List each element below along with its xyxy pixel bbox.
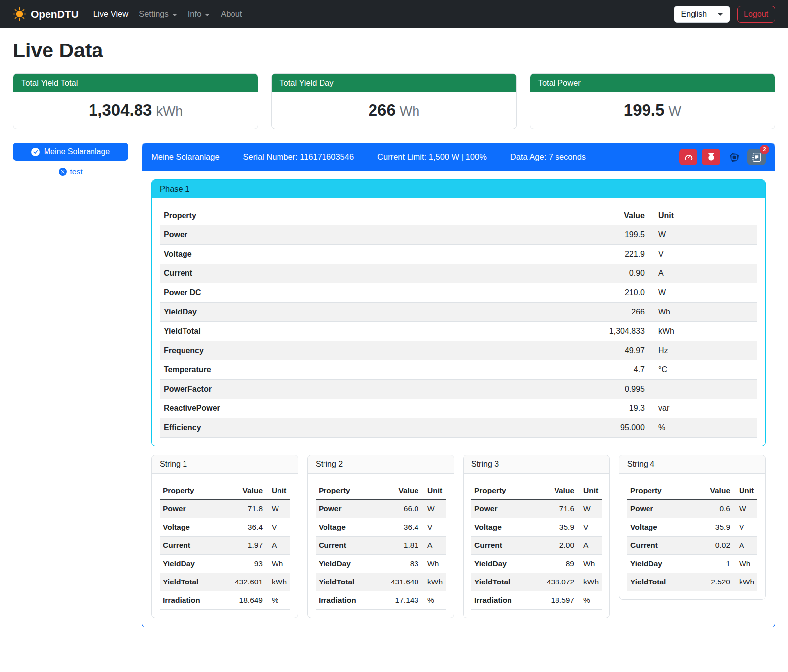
value-cell: 1 [695,555,733,573]
property-cell: Irradiation [316,591,384,610]
strings-row: String 1 Property Value Unit [151,455,766,618]
value-cell: 0.995 [584,380,649,399]
total-yield-day-value: 266 [369,101,396,119]
nav-item-live-view-label: Live View [93,9,128,19]
table-row: YieldDay83Wh [316,555,446,573]
value-cell: 1.97 [228,537,266,555]
property-cell: YieldDay [160,303,584,322]
power-toggle-button[interactable] [702,149,720,165]
column-value: Value [584,206,649,225]
nav-item-live-view[interactable]: Live View [92,5,130,23]
string-4-title: String 4 [619,455,765,474]
value-cell: 199.5 [584,225,649,245]
property-cell: YieldTotal [316,573,384,591]
brand-link[interactable]: OpenDTU [13,7,79,21]
nav-item-about[interactable]: About [219,5,244,23]
inverter-select-button[interactable]: Meine Solaranlage [13,143,128,161]
unit-cell: W [649,283,757,303]
nav-item-info-label: Info [188,9,202,19]
value-cell: 17.143 [384,591,421,610]
column-unit: Unit [733,482,757,500]
unit-cell: kWh [733,573,757,591]
table-row: YieldTotal1,304.833kWh [160,322,757,341]
event-count-badge: 2 [760,145,769,154]
property-cell: Voltage [160,518,228,537]
value-cell: 266 [584,303,649,322]
string-1-table: Property Value Unit Power71.8WVoltage36.… [160,482,290,610]
table-row: Current1.81A [316,537,446,555]
value-cell: 438.072 [540,573,577,591]
inverter-select-label: Meine Solaranlage [44,147,110,156]
nav-item-info[interactable]: Info [186,5,212,23]
unit-cell: % [649,418,757,438]
property-cell: Power DC [160,283,584,303]
column-unit: Unit [421,482,446,500]
value-cell: 83 [384,555,421,573]
unit-cell: kWh [577,573,602,591]
property-cell: Voltage [160,245,584,264]
nav-item-settings[interactable]: Settings [137,5,179,23]
total-yield-total-title: Total Yield Total [13,74,258,92]
language-select[interactable]: English [674,6,730,23]
table-row: YieldTotal2.520kWh [627,573,757,591]
column-property: Property [471,482,540,500]
unit-cell: W [266,500,290,518]
table-row: Current2.00A [471,537,602,555]
property-cell: YieldTotal [627,573,695,591]
inverter-name: Meine Solaranlage [151,152,220,162]
sun-icon [13,7,26,21]
value-cell: 221.9 [584,245,649,264]
string-3-table: Property Value Unit Power71.6WVoltage35.… [471,482,602,610]
table-row: YieldDay1Wh [627,555,757,573]
check-circle-icon [31,148,40,156]
table-row: Voltage221.9V [160,245,757,264]
unit-cell: Wh [266,555,290,573]
inverter-list: Meine Solaranlage test [13,143,128,176]
device-info-button[interactable] [725,149,743,165]
table-row: Power0.6W [627,500,757,518]
value-cell: 210.0 [584,283,649,303]
total-yield-day-card: Total Yield Day 266Wh [271,73,516,129]
total-power-title: Total Power [530,74,775,92]
table-row: Irradiation18.649% [160,591,290,610]
column-value: Value [540,482,577,500]
language-select-value: English [681,10,707,19]
event-log-button[interactable]: 2 [747,149,766,165]
x-circle-icon [59,168,67,176]
unit-cell: Wh [421,555,446,573]
property-cell: YieldTotal [471,573,540,591]
nav-links: Live View Settings Info About [92,5,674,23]
logout-button[interactable]: Logout [737,6,775,23]
property-cell: Current [160,264,584,283]
property-cell: YieldDay [160,555,228,573]
unit-cell: V [733,518,757,537]
unit-cell: A [421,537,446,555]
inverter-data-age: Data Age: 7 seconds [510,152,586,162]
value-cell: 2.00 [540,537,577,555]
inverter-item-test[interactable]: test [13,167,128,176]
table-row: Power71.8W [160,500,290,518]
limit-settings-button[interactable] [679,149,697,165]
total-power-value: 199.5 [624,101,665,119]
total-yield-total-card: Total Yield Total 1,304.83kWh [13,73,258,129]
value-cell: 35.9 [695,518,733,537]
unit-cell: % [577,591,602,610]
string-3-card: String 3 Property Value Unit [463,455,610,618]
chevron-down-icon [718,13,723,16]
unit-cell: W [577,500,602,518]
phase-title: Phase 1 [152,180,765,198]
value-cell: 0.6 [695,500,733,518]
property-cell: Power [160,225,584,245]
inverter-panel-header: Meine Solaranlage Serial Number: 1161716… [142,143,775,171]
table-header-row: Property Value Unit [316,482,446,500]
unit-cell: Wh [649,303,757,322]
value-cell: 95.000 [584,418,649,438]
table-row: ReactivePower19.3var [160,399,757,418]
table-row: Current0.02A [627,537,757,555]
column-value: Value [695,482,733,500]
property-cell: Voltage [471,518,540,537]
unit-cell: °C [649,360,757,380]
value-cell: 66.0 [384,500,421,518]
table-row: YieldTotal432.601kWh [160,573,290,591]
total-yield-total-value: 1,304.83 [89,101,152,119]
